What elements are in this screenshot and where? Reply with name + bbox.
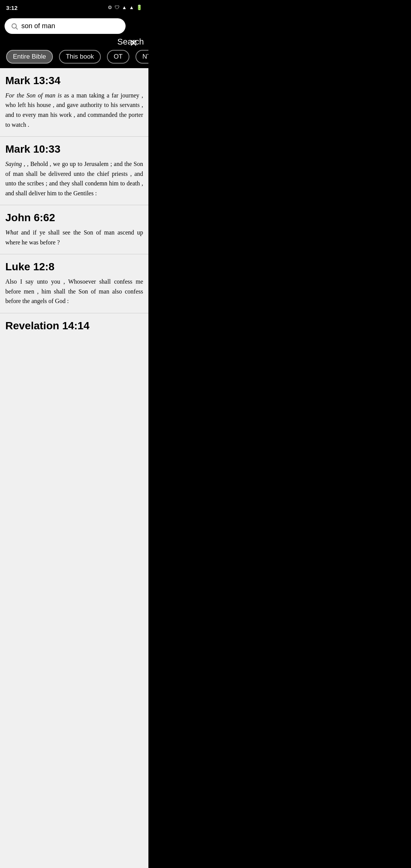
result-reference: Mark 13:34	[5, 75, 143, 87]
result-reference: Revelation 14:14	[5, 320, 143, 332]
result-item[interactable]: Mark 13:34 For the Son of man is as a ma…	[0, 68, 148, 137]
search-input[interactable]	[21, 22, 119, 30]
result-text: Also I say unto you , Whosoever shall co…	[5, 277, 143, 306]
filter-nt[interactable]: NT	[135, 50, 148, 64]
search-icon	[11, 22, 18, 30]
filter-this-book[interactable]: This book	[59, 50, 101, 64]
results-container: Mark 13:34 For the Son of man is as a ma…	[0, 68, 148, 868]
result-reference: Luke 12:8	[5, 261, 143, 273]
settings-icon: ⚙	[108, 5, 112, 11]
filter-entire-bible[interactable]: Entire Bible	[6, 50, 53, 64]
battery-icon: 🔋	[136, 5, 142, 11]
svg-line-1	[16, 27, 18, 29]
result-reference: John 6:62	[5, 212, 143, 224]
shield-icon: 🛡	[115, 5, 119, 11]
signal-icon: ▲	[129, 5, 134, 11]
status-bar: 3:12 ⚙ 🛡 ▲ ▲ 🔋	[0, 0, 148, 15]
status-time: 3:12	[6, 5, 18, 11]
filter-row: Entire Bible This book OT NT	[5, 50, 144, 64]
result-item[interactable]: Revelation 14:14	[0, 313, 148, 343]
result-item[interactable]: Mark 10:33 Saying , , Behold , we go up …	[0, 137, 148, 205]
search-input-wrapper	[5, 18, 126, 34]
result-text: For the Son of man is as a man taking a …	[5, 91, 143, 129]
status-icons: ⚙ 🛡 ▲ ▲ 🔋	[108, 5, 142, 11]
wifi-icon: ▲	[122, 5, 127, 11]
result-text: What and if ye shall see the Son of man …	[5, 228, 143, 247]
filter-ot[interactable]: OT	[107, 50, 130, 64]
result-item[interactable]: John 6:62 What and if ye shall see the S…	[0, 205, 148, 254]
result-text: Saying , , Behold , we go up to Jerusale…	[5, 159, 143, 198]
search-header: ✕ Search Entire Bible This book OT NT	[0, 15, 148, 68]
result-reference: Mark 10:33	[5, 144, 143, 155]
close-button[interactable]: ✕	[128, 37, 139, 49]
svg-point-0	[12, 24, 16, 28]
result-item[interactable]: Luke 12:8 Also I say unto you , Whosoeve…	[0, 254, 148, 313]
